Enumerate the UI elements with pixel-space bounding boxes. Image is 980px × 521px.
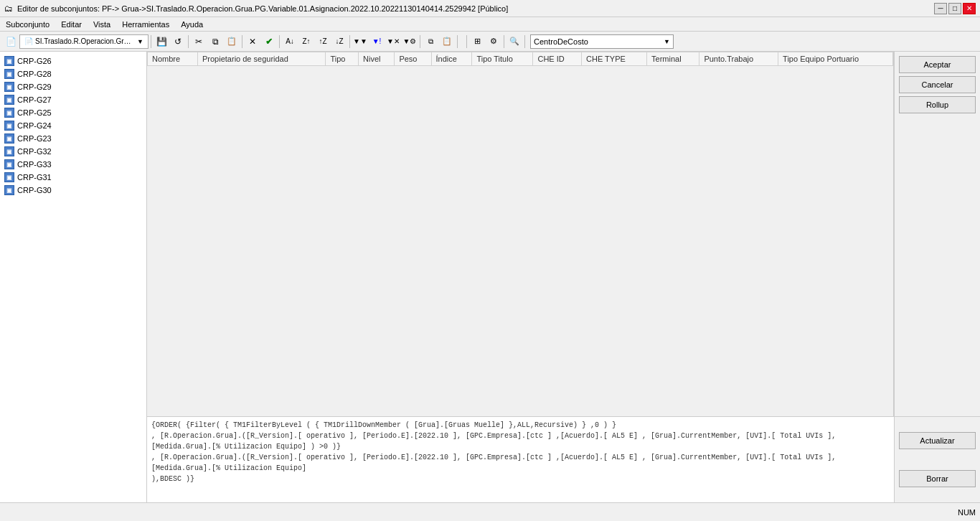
folder-icon: ▣	[4, 56, 14, 66]
query-text-area: {ORDER( {Filter( { TM1FilterByLevel ( { …	[147, 417, 894, 502]
query-line1: {ORDER( {Filter( { TM1FilterByLevel ( { …	[151, 420, 890, 431]
center-panel: Nombre Propietario de seguridad Tipo Niv…	[147, 52, 980, 502]
sort-num-asc-button[interactable]: ↑Z	[315, 34, 331, 50]
folder-icon: ▣	[4, 108, 14, 118]
check-button[interactable]: ✔	[261, 34, 277, 50]
menu-vista[interactable]: Vista	[88, 19, 116, 29]
col-propietario: Propietario de seguridad	[198, 52, 326, 66]
app-window: 🗂 Editor de subconjuntos: PF-> Grua->SI.…	[0, 0, 980, 521]
sep6	[420, 35, 420, 48]
query-line2: , [R.Operacion.Grua].([R_Version].[ oper…	[151, 431, 890, 452]
sidebar-item-crpg25[interactable]: ▣ CRP-G25	[0, 106, 146, 119]
query-line4: ),BDESC )}	[151, 474, 890, 484]
sep4	[279, 35, 280, 48]
folder-icon: ▣	[4, 185, 14, 195]
dropdown-arrow-icon: ▼	[664, 38, 670, 45]
sep2	[188, 35, 189, 48]
col-peso: Peso	[395, 52, 431, 66]
doc-tab-arrow: ▼	[137, 38, 143, 45]
sidebar-item-crpg28[interactable]: ▣ CRP-G28	[0, 67, 146, 80]
bottom-buttons-panel: Actualizar Borrar	[894, 417, 980, 502]
document-tab[interactable]: 📄 SI.Traslado.R.Operacion.Grua.Pi ▼	[19, 34, 149, 49]
doc-tab-label: SI.Traslado.R.Operacion.Grua.Pi	[35, 37, 134, 45]
sidebar-label-6: CRP-G23	[17, 134, 52, 143]
sep9	[504, 35, 504, 48]
delete-button[interactable]: ✕	[245, 34, 260, 50]
sidebar-label-8: CRP-G33	[17, 160, 52, 169]
status-bar: NUM	[0, 502, 980, 521]
search-button[interactable]: 🔍	[507, 34, 522, 50]
close-button[interactable]: ✕	[963, 3, 976, 14]
sidebar-item-crpg26[interactable]: ▣ CRP-G26	[0, 55, 146, 67]
filter-options-button[interactable]: ▼⚙	[402, 34, 418, 50]
content-wrapper: ▣ CRP-G26 ▣ CRP-G28 ▣ CRP-G29 ▣ CRP-G27 …	[0, 52, 980, 502]
sidebar-item-crpg24[interactable]: ▣ CRP-G24	[0, 119, 146, 132]
settings-button[interactable]: ⚙	[486, 34, 501, 50]
copy2-button[interactable]: ⧉	[423, 34, 438, 50]
paste-button[interactable]: 📋	[224, 34, 240, 50]
filter-clear-button[interactable]: ▼✕	[385, 34, 401, 50]
sidebar-label-2: CRP-G29	[17, 83, 52, 91]
sidebar-label-9: CRP-G31	[17, 173, 52, 182]
sidebar-label-5: CRP-G24	[17, 121, 52, 130]
new-button[interactable]: 📄	[3, 34, 19, 50]
sort-az-button[interactable]: A↓	[282, 34, 298, 50]
col-tipo: Tipo	[326, 52, 359, 66]
view-button[interactable]: ⊞	[469, 34, 485, 50]
sort-num-desc-button[interactable]: ↓Z	[331, 34, 347, 50]
menu-editar[interactable]: Editar	[55, 19, 88, 29]
folder-icon: ▣	[4, 146, 14, 156]
dropdown-label: CentroDeCosto	[534, 37, 661, 46]
maximize-button[interactable]: □	[948, 3, 961, 14]
menu-bar: Subconjunto Editar Vista Herramientas Ay…	[0, 17, 980, 32]
window-controls: ─ □ ✕	[934, 3, 976, 14]
folder-icon: ▣	[4, 121, 14, 131]
sidebar-item-crpg33[interactable]: ▣ CRP-G33	[0, 158, 146, 171]
minimize-button[interactable]: ─	[934, 3, 947, 14]
refresh-button[interactable]: ↺	[170, 34, 186, 50]
paste2-button[interactable]: 📋	[439, 34, 455, 50]
sidebar-item-crpg32[interactable]: ▣ CRP-G32	[0, 145, 146, 158]
toolbar: 📄 📄 SI.Traslado.R.Operacion.Grua.Pi ▼ 💾 …	[0, 32, 980, 52]
sidebar-label-1: CRP-G28	[17, 70, 52, 78]
folder-icon: ▣	[4, 95, 14, 105]
work-area: ▣ CRP-G26 ▣ CRP-G28 ▣ CRP-G29 ▣ CRP-G27 …	[0, 52, 980, 502]
sidebar-label-3: CRP-G27	[17, 95, 52, 104]
sort-za-button[interactable]: Z↑	[298, 34, 314, 50]
sidebar-item-crpg30[interactable]: ▣ CRP-G30	[0, 184, 146, 197]
sidebar-label-10: CRP-G30	[17, 186, 52, 194]
aceptar-button[interactable]: Aceptar	[899, 56, 976, 73]
sidebar-item-crpg27[interactable]: ▣ CRP-G27	[0, 93, 146, 106]
main-table: Nombre Propietario de seguridad Tipo Niv…	[147, 52, 893, 66]
sidebar-item-crpg31[interactable]: ▣ CRP-G31	[0, 171, 146, 184]
menu-ayuda[interactable]: Ayuda	[175, 19, 209, 29]
sidebar-item-crpg23[interactable]: ▣ CRP-G23	[0, 132, 146, 145]
filter-button[interactable]: ▼▼	[352, 34, 368, 50]
table-section: Nombre Propietario de seguridad Tipo Niv…	[147, 52, 980, 416]
copy-button[interactable]: ⧉	[207, 34, 223, 50]
data-table[interactable]: Nombre Propietario de seguridad Tipo Niv…	[147, 52, 894, 416]
menu-herramientas[interactable]: Herramientas	[116, 19, 175, 29]
sep1	[151, 35, 151, 48]
save-button[interactable]: 💾	[154, 34, 169, 50]
sidebar: ▣ CRP-G26 ▣ CRP-G28 ▣ CRP-G29 ▣ CRP-G27 …	[0, 52, 147, 502]
rollup-button[interactable]: Rollup	[899, 96, 976, 113]
sep5	[349, 35, 350, 48]
sidebar-label-7: CRP-G32	[17, 147, 52, 156]
col-puntotrabajo: Punto.Trabajo	[699, 52, 778, 66]
title-text: Editor de subconjuntos: PF-> Grua->SI.Tr…	[17, 4, 508, 13]
borrar-button[interactable]: Borrar	[899, 470, 976, 487]
sidebar-item-crpg29[interactable]: ▣ CRP-G29	[0, 80, 146, 93]
cut-button[interactable]: ✂	[191, 34, 207, 50]
bottom-section: {ORDER( {Filter( { TM1FilterByLevel ( { …	[147, 416, 980, 502]
folder-icon: ▣	[4, 172, 14, 182]
menu-subconjunto[interactable]: Subconjunto	[0, 19, 55, 29]
sidebar-label-0: CRP-G26	[17, 57, 52, 65]
cancelar-button[interactable]: Cancelar	[899, 76, 976, 93]
folder-icon: ▣	[4, 133, 14, 144]
actualizar-button[interactable]: Actualizar	[899, 432, 976, 449]
doc-icon: 📄	[24, 37, 33, 45]
filter-active-button[interactable]: ▼!	[369, 34, 385, 50]
col-tipotitulo: Tipo Titulo	[472, 52, 533, 66]
dimension-dropdown[interactable]: CentroDeCosto ▼	[530, 34, 674, 49]
